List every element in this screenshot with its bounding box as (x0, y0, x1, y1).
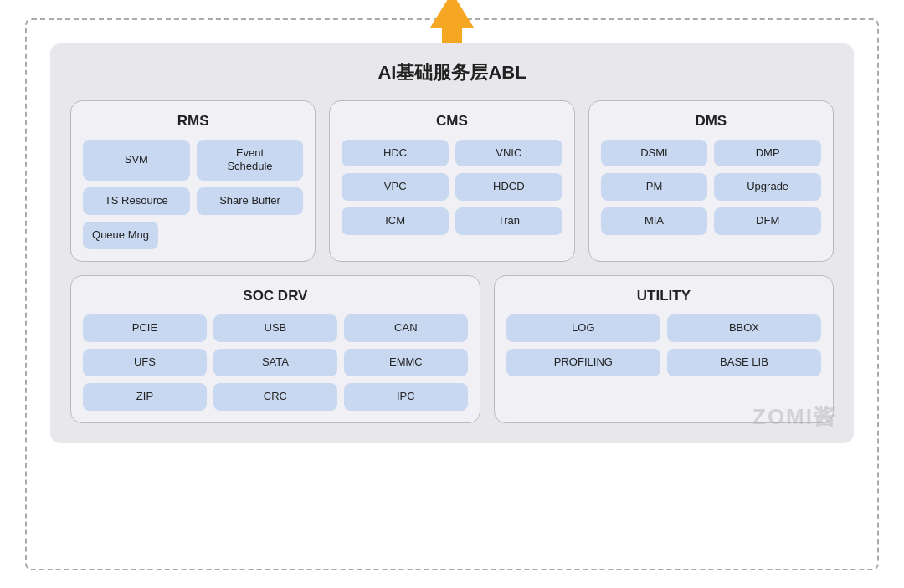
chip-can: CAN (344, 314, 468, 342)
chip-upgrade: Upgrade (714, 173, 821, 201)
chip-hdc: HDC (342, 140, 449, 167)
cms-section: CMS HDC VNIC VPC HDCD ICM Tran (329, 100, 574, 263)
chip-log: LOG (506, 314, 660, 342)
chip-vnic: VNIC (455, 140, 562, 167)
utility-row-1: LOG BBOX (506, 314, 821, 342)
soc-row-3: ZIP CRC IPC (83, 383, 468, 411)
chip-svm: SVM (83, 140, 190, 182)
soc-row-2: UFS SATA EMMC (83, 349, 468, 376)
rms-row-1: SVM EventSchedule (83, 140, 303, 182)
top-row: RMS SVM EventSchedule TS Resource Share … (70, 100, 834, 263)
chip-ufs: UFS (83, 349, 207, 376)
rms-row-3: Queue Mng (83, 222, 303, 249)
chip-usb: USB (213, 314, 337, 342)
soc-row-1: PCIE USB CAN (83, 314, 468, 342)
dms-title: DMS (601, 113, 821, 130)
dms-row-3: MIA DFM (601, 207, 821, 235)
soc-title: SOC DRV (83, 288, 468, 304)
main-area: AI基础服务层ABL RMS SVM EventSchedule TS Reso… (50, 43, 854, 443)
rms-title: RMS (83, 113, 303, 130)
bottom-row: SOC DRV PCIE USB CAN UFS SATA EMMC ZIP C (70, 275, 834, 423)
soc-grid: PCIE USB CAN UFS SATA EMMC ZIP CRC IPC (83, 314, 468, 411)
chip-zip: ZIP (83, 383, 207, 411)
chip-ipc: IPC (344, 383, 468, 411)
chip-pm: PM (601, 173, 708, 201)
chip-tran: Tran (455, 207, 562, 235)
cms-grid: HDC VNIC VPC HDCD ICM Tran (342, 140, 562, 236)
chip-event-schedule: EventSchedule (197, 140, 304, 182)
dms-section: DMS DSMI DMP PM Upgrade MIA DFM (588, 100, 834, 263)
soc-section: SOC DRV PCIE USB CAN UFS SATA EMMC ZIP C (70, 275, 480, 423)
chip-crc: CRC (213, 383, 337, 411)
chip-hdcd: HDCD (455, 173, 562, 201)
chip-dsmi: DSMI (601, 140, 708, 167)
arrow-stem (442, 28, 462, 43)
chip-dmp: DMP (714, 140, 821, 167)
cms-row-1: HDC VNIC (342, 140, 562, 167)
rms-row-2: TS Resource Share Buffer (83, 187, 303, 215)
chip-profiling: PROFILING (506, 349, 660, 376)
dms-row-2: PM Upgrade (601, 173, 821, 201)
chip-share-buffer: Share Buffer (197, 187, 304, 215)
chip-dfm: DFM (714, 207, 821, 235)
arrow-head (430, 0, 474, 28)
chip-queue-mng: Queue Mng (83, 222, 158, 249)
chip-sata: SATA (213, 349, 337, 376)
dms-grid: DSMI DMP PM Upgrade MIA DFM (601, 140, 821, 236)
chip-pcie: PCIE (83, 314, 207, 342)
chip-icm: ICM (342, 207, 449, 235)
utility-title: UTILITY (506, 288, 821, 304)
chip-mia: MIA (601, 207, 708, 235)
rms-section: RMS SVM EventSchedule TS Resource Share … (70, 100, 316, 263)
cms-title: CMS (342, 113, 562, 130)
chip-bbox: BBOX (667, 314, 821, 342)
cms-row-3: ICM Tran (342, 207, 562, 235)
chip-vpc: VPC (342, 173, 449, 201)
utility-row-2: PROFILING BASE LIB (506, 349, 821, 376)
utility-grid: LOG BBOX PROFILING BASE LIB (506, 314, 821, 376)
dms-row-1: DSMI DMP (601, 140, 821, 167)
chip-emmc: EMMC (344, 349, 468, 376)
outer-container: HAL AI基础服务层ABL RMS SVM EventSchedule TS … (25, 18, 879, 570)
hal-arrow-area: HAL (430, 0, 474, 43)
cms-row-2: VPC HDCD (342, 173, 562, 201)
chip-ts-resource: TS Resource (83, 187, 190, 215)
chip-base-lib: BASE LIB (667, 349, 821, 376)
utility-section: UTILITY LOG BBOX PROFILING BASE LIB (494, 275, 834, 423)
rms-grid: SVM EventSchedule TS Resource Share Buff… (83, 140, 303, 250)
main-title: AI基础服务层ABL (70, 60, 834, 85)
